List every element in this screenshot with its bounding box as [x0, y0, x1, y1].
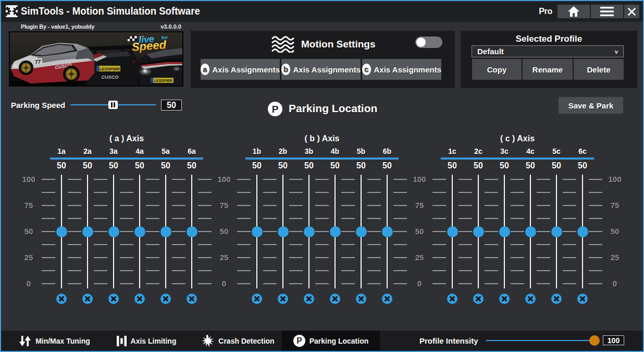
tick-mark	[237, 231, 251, 232]
axis-column-name: 3b	[299, 147, 319, 155]
axis-column-value: 50	[572, 161, 593, 171]
tick-mark	[146, 270, 159, 271]
axis-slider-thumb[interactable]	[278, 226, 289, 237]
axis-reset-button[interactable]	[551, 294, 562, 304]
tick-mark	[367, 179, 381, 180]
scale-tick-label: 100	[602, 175, 628, 184]
tab-axis-limiting[interactable]: Axis Limiting	[101, 331, 192, 351]
axis-assignments-b-label: Axis Assignments	[293, 65, 361, 74]
axis-column-name: 2b	[273, 147, 293, 155]
scale-tick-label: 25	[211, 253, 237, 262]
axis-reset-button[interactable]	[473, 294, 484, 304]
tick-mark	[511, 257, 524, 258]
axis-column-name: 3a	[103, 147, 124, 155]
letter-a-icon: a	[201, 64, 209, 75]
axis-assignments-c-button[interactable]: c Axis Assignments	[362, 59, 441, 80]
axis-slider-thumb[interactable]	[252, 226, 263, 237]
axis-slider-thumb[interactable]	[56, 226, 67, 237]
axis-slider-thumb[interactable]	[447, 226, 458, 237]
axis-reset-button[interactable]	[108, 294, 119, 304]
axis-slider-thumb[interactable]	[382, 226, 393, 237]
scale-tick-label: 50	[602, 227, 628, 236]
tab-minmax-tuning[interactable]: Min/Max Tuning	[9, 331, 101, 351]
axis-reset-button[interactable]	[499, 294, 510, 304]
motion-settings-toggle[interactable]	[415, 37, 442, 48]
axis-column-value: 50	[442, 161, 463, 171]
tick-mark	[315, 270, 329, 271]
edition-badge: Pro	[539, 0, 552, 22]
axis-reset-button[interactable]	[252, 294, 262, 304]
axis-reset-button[interactable]	[330, 294, 340, 304]
menu-button[interactable]	[591, 5, 623, 18]
tick-mark	[68, 270, 81, 271]
axis-slider-thumb[interactable]	[108, 226, 119, 237]
app-title: SimTools - Motion Simulation Software	[21, 0, 200, 22]
tick-mark	[393, 257, 407, 258]
delete-button[interactable]: Delete	[574, 59, 624, 80]
tick-mark	[172, 231, 185, 232]
axis-reset-button[interactable]	[82, 294, 93, 304]
tab-minmax-tuning-label: Min/Max Tuning	[35, 337, 90, 345]
tab-crash-detection[interactable]: Crash Detection	[192, 331, 284, 351]
axis-slider-thumb[interactable]	[356, 226, 367, 237]
scale-tick-label: 0	[16, 279, 42, 288]
axis-slider-thumb[interactable]	[187, 226, 197, 237]
axis-column-name: 6c	[572, 147, 593, 155]
tick-mark	[68, 283, 81, 284]
tick-mark	[94, 283, 107, 284]
axis-reset-button[interactable]	[447, 294, 457, 304]
axis-assignments-b-button[interactable]: b Axis Assignments	[281, 59, 361, 80]
thumb-grip-bar	[111, 102, 113, 107]
axis-slider-thumb[interactable]	[304, 226, 315, 237]
profile-intensity-slider-track[interactable]	[486, 340, 595, 341]
scale-tick-label: 0	[406, 279, 432, 288]
tick-mark	[263, 257, 277, 258]
axis-header-underline	[245, 157, 399, 160]
axis-slider-thumb[interactable]	[160, 226, 171, 237]
axis-slider-thumb[interactable]	[134, 226, 145, 237]
parking-speed-slider-thumb[interactable]	[108, 101, 118, 109]
axis-reset-button[interactable]	[525, 294, 536, 304]
tick-mark	[120, 270, 133, 271]
axis-assignments-a-button[interactable]: a Axis Assignments	[201, 59, 280, 80]
home-button[interactable]	[558, 5, 590, 18]
parking-speed-label: Parking Speed	[11, 101, 65, 110]
copy-button[interactable]: Copy	[472, 59, 522, 80]
axis-slider-thumb[interactable]	[577, 226, 588, 237]
tick-mark	[237, 257, 251, 258]
tick-mark	[563, 231, 576, 232]
save-and-park-button[interactable]: Save & Park	[559, 97, 623, 114]
axis-group-title: ( a ) Axis	[28, 134, 226, 143]
tick-mark	[537, 179, 550, 180]
axis-slider-thumb[interactable]	[525, 226, 536, 237]
axis-reset-button[interactable]	[304, 294, 314, 304]
axis-reset-button[interactable]	[577, 294, 588, 304]
x-icon	[476, 296, 481, 301]
parking-icon-letter: P	[296, 336, 302, 345]
axis-reset-button[interactable]	[56, 294, 67, 304]
profile-dropdown[interactable]: Default v	[472, 45, 624, 57]
tick-mark	[263, 270, 277, 271]
axis-slider-thumb[interactable]	[473, 226, 484, 237]
tick-mark	[315, 205, 329, 206]
axis-slider-thumb[interactable]	[499, 226, 510, 237]
axis-slider-thumb[interactable]	[551, 226, 562, 237]
axis-slider-thumb[interactable]	[82, 226, 93, 237]
close-button[interactable]	[624, 5, 639, 18]
axis-slider-thumb[interactable]	[330, 226, 341, 237]
tab-parking-location[interactable]: P Parking Location	[282, 331, 380, 351]
tick-mark	[68, 179, 81, 180]
tick-mark	[146, 205, 159, 206]
axis-header-underline	[441, 157, 594, 160]
axis-reset-button[interactable]	[160, 294, 171, 304]
axis-reset-button[interactable]	[278, 294, 288, 304]
profile-intensity-slider-thumb[interactable]	[589, 335, 600, 346]
axis-reset-button[interactable]	[356, 294, 366, 304]
axis-column-value: 50	[546, 161, 567, 171]
simtools-logo-icon	[6, 5, 18, 17]
axis-column-name: 4c	[520, 147, 541, 155]
rename-button[interactable]: Rename	[523, 59, 573, 80]
axis-reset-button[interactable]	[382, 294, 392, 304]
axis-reset-button[interactable]	[187, 294, 197, 304]
axis-reset-button[interactable]	[134, 294, 145, 304]
